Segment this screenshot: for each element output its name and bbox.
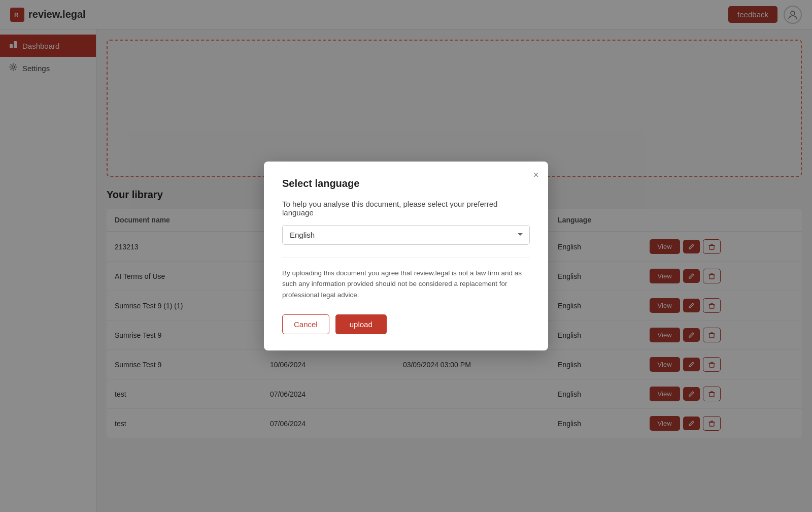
select-language-modal: × Select language To help you analyse th… xyxy=(264,162,548,351)
modal-overlay[interactable]: × Select language To help you analyse th… xyxy=(0,0,812,512)
modal-close-button[interactable]: × xyxy=(533,170,539,180)
modal-disclaimer: By uploading this document you agree tha… xyxy=(282,257,530,301)
language-select[interactable]: EnglishFrenchGermanSpanishItalianDutchPo… xyxy=(282,225,530,245)
cancel-button[interactable]: Cancel xyxy=(282,314,329,334)
upload-button[interactable]: upload xyxy=(335,314,387,334)
modal-description: To help you analyse this document, pleas… xyxy=(282,200,530,217)
modal-title: Select language xyxy=(282,178,530,189)
modal-actions: Cancel upload xyxy=(282,314,530,334)
